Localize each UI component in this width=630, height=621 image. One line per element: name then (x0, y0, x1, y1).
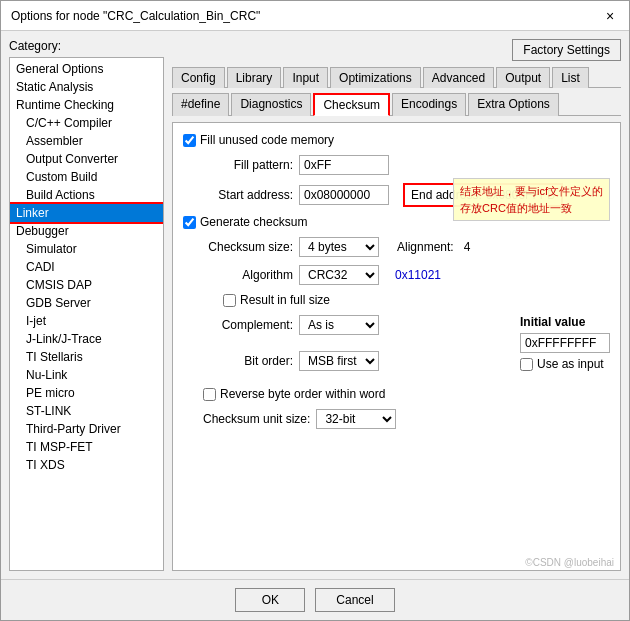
category-item-st-link[interactable]: ST-LINK (10, 402, 163, 420)
category-item-i-jet[interactable]: I-jet (10, 312, 163, 330)
tab-extra-options[interactable]: Extra Options (468, 93, 559, 116)
watermark: ©CSDN @luobeihai (525, 557, 614, 568)
category-item-cpp-compiler[interactable]: C/C++ Compiler (10, 114, 163, 132)
bit-order-label: Bit order: (203, 354, 293, 368)
generate-checksum-checkbox[interactable] (183, 216, 196, 229)
result-full-row: Result in full size (183, 293, 610, 307)
title-bar: Options for node "CRC_Calculation_Bin_CR… (1, 1, 629, 31)
tab-library[interactable]: Library (227, 67, 282, 88)
tab-diagnostics[interactable]: Diagnostics (231, 93, 311, 116)
annotation-text: 结束地址，要与icf文件定义的存放CRC值的地址一致 (460, 185, 603, 214)
content-area: Fill unused code memory Fill pattern: 0x… (172, 122, 621, 571)
reverse-byte-label[interactable]: Reverse byte order within word (203, 387, 385, 401)
reverse-byte-text: Reverse byte order within word (220, 387, 385, 401)
checksum-unit-row: Checksum unit size: 32-bit (183, 409, 610, 429)
category-item-ti-msp-fet[interactable]: TI MSP-FET (10, 438, 163, 456)
result-full-text: Result in full size (240, 293, 330, 307)
fill-pattern-label: Fill pattern: (203, 158, 293, 172)
category-item-third-party-driver[interactable]: Third-Party Driver (10, 420, 163, 438)
reverse-byte-row: Reverse byte order within word (183, 387, 610, 401)
algorithm-label: Algorithm (203, 268, 293, 282)
initial-value-group: Initial value 0xFFFFFFFF Use as input (520, 315, 610, 371)
category-item-debugger[interactable]: Debugger (10, 222, 163, 240)
tab-config[interactable]: Config (172, 67, 225, 88)
category-item-nu-link[interactable]: Nu-Link (10, 366, 163, 384)
algorithm-hex: 0x11021 (395, 268, 441, 282)
left-panel: Category: General OptionsStatic Analysis… (9, 39, 164, 571)
tab-list[interactable]: List (552, 67, 589, 88)
category-item-general-options[interactable]: General Options (10, 60, 163, 78)
category-item-output-converter[interactable]: Output Converter (10, 150, 163, 168)
reverse-byte-checkbox[interactable] (203, 388, 216, 401)
factory-settings-button[interactable]: Factory Settings (512, 39, 621, 61)
use-as-input-checkbox[interactable] (520, 358, 533, 371)
category-item-static-analysis[interactable]: Static Analysis (10, 78, 163, 96)
factory-btn-row: Factory Settings (172, 39, 621, 61)
right-panel: Factory Settings ConfigLibraryInputOptim… (172, 39, 621, 571)
use-as-input-text: Use as input (537, 357, 604, 371)
fill-unused-checkbox-label[interactable]: Fill unused code memory (183, 133, 334, 147)
category-item-pe-micro[interactable]: PE micro (10, 384, 163, 402)
complement-row: Complement: As is (203, 315, 379, 335)
checksum-unit-select[interactable]: 32-bit (316, 409, 396, 429)
checksum-size-label: Checksum size: (203, 240, 293, 254)
use-as-input-label[interactable]: Use as input (520, 357, 610, 371)
category-item-runtime-checking[interactable]: Runtime Checking (10, 96, 163, 114)
result-full-checkbox[interactable] (223, 294, 236, 307)
dialog: Options for node "CRC_Calculation_Bin_CR… (0, 0, 630, 621)
bit-order-select[interactable]: MSB first (299, 351, 379, 371)
initial-value-value: 0xFFFFFFFF (520, 333, 610, 353)
dialog-title: Options for node "CRC_Calculation_Bin_CR… (11, 9, 260, 23)
tab-encodings[interactable]: Encodings (392, 93, 466, 116)
complement-select[interactable]: As is (299, 315, 379, 335)
fill-unused-row: Fill unused code memory (183, 133, 610, 147)
fill-pattern-value: 0xFF (299, 155, 389, 175)
alignment-value: 4 (464, 240, 471, 254)
generate-checksum-text: Generate checksum (200, 215, 307, 229)
alignment-label: Alignment: (397, 240, 454, 254)
category-label: Category: (9, 39, 164, 53)
fill-pattern-row: Fill pattern: 0xFF (183, 155, 610, 175)
tab-input[interactable]: Input (283, 67, 328, 88)
category-item-linker[interactable]: Linker (10, 204, 163, 222)
tab-output[interactable]: Output (496, 67, 550, 88)
algorithm-select[interactable]: CRC32 (299, 265, 379, 285)
cancel-button[interactable]: Cancel (315, 588, 394, 612)
close-button[interactable]: × (601, 7, 619, 25)
start-address-value: 0x08000000 (299, 185, 389, 205)
fill-unused-label: Fill unused code memory (200, 133, 334, 147)
tab-checksum[interactable]: Checksum (313, 93, 390, 116)
tab-define[interactable]: #define (172, 93, 229, 116)
category-item-cmsis-dap[interactable]: CMSIS DAP (10, 276, 163, 294)
tab-advanced[interactable]: Advanced (423, 67, 494, 88)
dialog-footer: OK Cancel (1, 579, 629, 620)
generate-checksum-label[interactable]: Generate checksum (183, 215, 307, 229)
category-list: General OptionsStatic AnalysisRuntime Ch… (9, 57, 164, 571)
bit-order-row: Bit order: MSB first (203, 351, 379, 371)
ok-button[interactable]: OK (235, 588, 305, 612)
category-item-cadi[interactable]: CADI (10, 258, 163, 276)
tab-optimizations[interactable]: Optimizations (330, 67, 421, 88)
annotation-box: 结束地址，要与icf文件定义的存放CRC值的地址一致 (453, 178, 610, 221)
fill-unused-checkbox[interactable] (183, 134, 196, 147)
tabs-row1: ConfigLibraryInputOptimizationsAdvancedO… (172, 67, 621, 88)
category-item-simulator[interactable]: Simulator (10, 240, 163, 258)
category-item-build-actions[interactable]: Build Actions (10, 186, 163, 204)
category-item-jlink-jtrace[interactable]: J-Link/J-Trace (10, 330, 163, 348)
category-item-gdb-server[interactable]: GDB Server (10, 294, 163, 312)
initial-value-label: Initial value (520, 315, 610, 329)
category-item-custom-build[interactable]: Custom Build (10, 168, 163, 186)
category-item-assembler[interactable]: Assembler (10, 132, 163, 150)
start-address-label: Start address: (203, 188, 293, 202)
complement-initial-row: Complement: As is Bit order: MSB first (183, 315, 610, 379)
dialog-body: Category: General OptionsStatic Analysis… (1, 31, 629, 579)
checksum-unit-label: Checksum unit size: (203, 412, 310, 426)
complement-label: Complement: (203, 318, 293, 332)
category-item-ti-stellaris[interactable]: TI Stellaris (10, 348, 163, 366)
checksum-size-row: Checksum size: 4 bytes Alignment: 4 (183, 237, 610, 257)
category-item-ti-xds[interactable]: TI XDS (10, 456, 163, 474)
tabs-row2: #defineDiagnosticsChecksumEncodingsExtra… (172, 93, 621, 116)
left-fields: Complement: As is Bit order: MSB first (203, 315, 379, 379)
checksum-size-select[interactable]: 4 bytes (299, 237, 379, 257)
result-full-label[interactable]: Result in full size (223, 293, 330, 307)
